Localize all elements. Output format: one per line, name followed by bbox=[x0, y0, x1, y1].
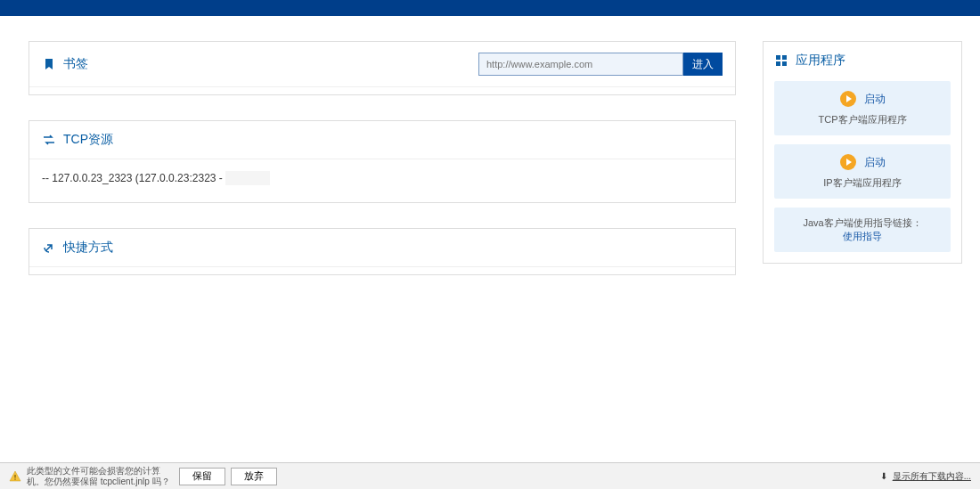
java-hint: Java客户端使用指导链接： bbox=[781, 216, 943, 230]
main-container: 书签 进入 TCP资源 -- 127.0.0.23_2323 (127.0.0.… bbox=[0, 16, 980, 300]
right-column: 应用程序 启动 TCP客户端应用程序 启动 IP客户端应 bbox=[763, 41, 962, 300]
tcp-panel: TCP资源 -- 127.0.0.23_2323 (127.0.0.23:232… bbox=[29, 120, 736, 203]
apps-panel: 应用程序 启动 TCP客户端应用程序 启动 IP客户端应 bbox=[763, 41, 962, 264]
tcp-item-faded bbox=[225, 171, 269, 185]
svg-rect-0 bbox=[776, 55, 780, 60]
share-icon bbox=[42, 240, 56, 255]
tcp-item[interactable]: -- 127.0.0.23_2323 (127.0.0.23:2323 - bbox=[42, 168, 723, 188]
java-guide-link[interactable]: 使用指导 bbox=[843, 231, 882, 241]
bookmark-icon bbox=[42, 57, 56, 71]
app-sub-label: IP客户端应用程序 bbox=[781, 176, 943, 190]
app-sub-label: TCP客户端应用程序 bbox=[781, 113, 943, 126]
bookmarks-title-wrap: 书签 bbox=[42, 56, 478, 72]
app-card-tcp-row: 启动 bbox=[781, 90, 943, 108]
bookmarks-body bbox=[29, 87, 735, 94]
app-card-tcp[interactable]: 启动 TCP客户端应用程序 bbox=[774, 81, 951, 135]
app-launch-label: 启动 bbox=[864, 92, 886, 107]
top-bar bbox=[0, 0, 980, 16]
url-input[interactable] bbox=[478, 53, 683, 76]
shortcut-body bbox=[29, 267, 735, 274]
app-launch-label: 启动 bbox=[864, 155, 886, 170]
svg-rect-2 bbox=[776, 61, 780, 66]
enter-button[interactable]: 进入 bbox=[683, 53, 723, 76]
svg-rect-1 bbox=[782, 55, 787, 60]
svg-rect-3 bbox=[782, 61, 787, 66]
apps-header: 应用程序 bbox=[774, 53, 951, 69]
apps-title: 应用程序 bbox=[796, 53, 845, 69]
tcp-item-prefix: -- 127.0.0.23_2323 (127.0.0.23:2323 - bbox=[42, 172, 225, 184]
shortcut-panel: 快捷方式 bbox=[29, 228, 736, 275]
tcp-body: -- 127.0.0.23_2323 (127.0.0.23:2323 - bbox=[29, 159, 735, 202]
play-icon bbox=[839, 90, 857, 108]
play-icon bbox=[839, 153, 857, 171]
bookmarks-header: 书签 进入 bbox=[29, 42, 735, 87]
tcp-title: TCP资源 bbox=[63, 132, 113, 148]
app-card-java: Java客户端使用指导链接： 使用指导 bbox=[774, 208, 951, 252]
app-card-ip-row: 启动 bbox=[781, 153, 943, 171]
app-card-ip[interactable]: 启动 IP客户端应用程序 bbox=[774, 144, 951, 199]
bookmarks-panel: 书签 进入 bbox=[29, 41, 736, 95]
shortcut-header: 快捷方式 bbox=[29, 229, 735, 267]
bookmarks-title: 书签 bbox=[63, 56, 88, 72]
apps-icon bbox=[774, 53, 788, 68]
transfer-icon bbox=[42, 133, 56, 147]
left-column: 书签 进入 TCP资源 -- 127.0.0.23_2323 (127.0.0.… bbox=[29, 41, 736, 300]
tcp-header: TCP资源 bbox=[29, 121, 735, 159]
shortcut-title: 快捷方式 bbox=[63, 240, 113, 256]
